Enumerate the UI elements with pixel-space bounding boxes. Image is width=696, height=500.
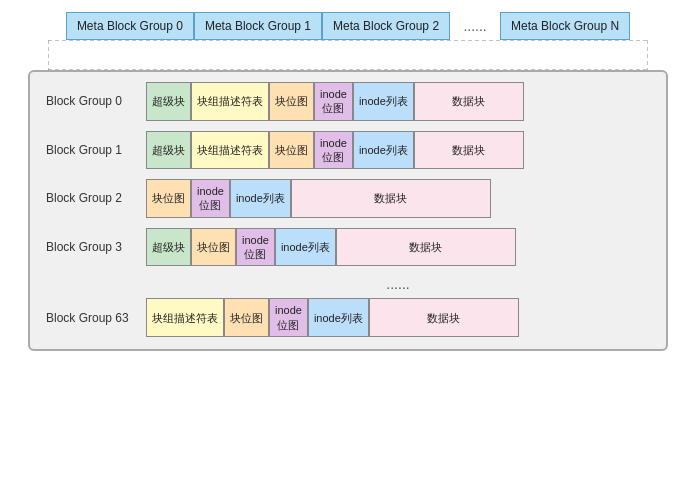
cell-inode-list-2: inode列表: [230, 179, 291, 218]
block-group-cells-1: 超级块 块组描述符表 块位图 inode位图 inode列表 数据块: [146, 131, 524, 170]
cell-superblock-3: 超级块: [146, 228, 191, 267]
cell-inode-list-0: inode列表: [353, 82, 414, 121]
block-group-row-63: Block Group 63 块组描述符表 块位图 inode位图 inode列…: [46, 298, 650, 337]
cell-block-bitmap-3: 块位图: [191, 228, 236, 267]
block-group-label-1: Block Group 1: [46, 143, 146, 157]
cell-inode-bitmap-3: inode位图: [236, 228, 275, 267]
main-box: Block Group 0 超级块 块组描述符表 块位图 inode位图 ino…: [28, 70, 668, 351]
block-group-row-3: Block Group 3 超级块 块位图 inode位图 inode列表 数据…: [46, 228, 650, 267]
cell-inode-bitmap-1: inode位图: [314, 131, 353, 170]
cell-block-bitmap-1: 块位图: [269, 131, 314, 170]
meta-bar: Meta Block Group 0 Meta Block Group 1 Me…: [48, 12, 648, 40]
block-group-row-0: Block Group 0 超级块 块组描述符表 块位图 inode位图 ino…: [46, 82, 650, 121]
cell-block-bitmap-2: 块位图: [146, 179, 191, 218]
block-group-cells-2: 块位图 inode位图 inode列表 数据块: [146, 179, 491, 218]
meta-block-1: Meta Block Group 1: [194, 12, 322, 40]
cell-block-bitmap-0: 块位图: [269, 82, 314, 121]
block-group-label-3: Block Group 3: [46, 240, 146, 254]
cell-inode-list-3: inode列表: [275, 228, 336, 267]
cell-inode-list-63: inode列表: [308, 298, 369, 337]
cell-data-block-0: 数据块: [414, 82, 524, 121]
cell-data-block-63: 数据块: [369, 298, 519, 337]
dots-row: ......: [46, 276, 650, 292]
cell-block-desc-0: 块组描述符表: [191, 82, 269, 121]
meta-block-n: Meta Block Group N: [500, 12, 630, 40]
block-group-cells-3: 超级块 块位图 inode位图 inode列表 数据块: [146, 228, 516, 267]
cell-inode-bitmap-63: inode位图: [269, 298, 308, 337]
cell-data-block-3: 数据块: [336, 228, 516, 267]
cell-inode-bitmap-2: inode位图: [191, 179, 230, 218]
cell-block-desc-1: 块组描述符表: [191, 131, 269, 170]
cell-inode-bitmap-0: inode位图: [314, 82, 353, 121]
block-group-label-0: Block Group 0: [46, 94, 146, 108]
block-group-cells-0: 超级块 块组描述符表 块位图 inode位图 inode列表 数据块: [146, 82, 524, 121]
block-group-row-1: Block Group 1 超级块 块组描述符表 块位图 inode位图 ino…: [46, 131, 650, 170]
meta-block-2: Meta Block Group 2: [322, 12, 450, 40]
meta-block-0: Meta Block Group 0: [66, 12, 194, 40]
cell-superblock-0: 超级块: [146, 82, 191, 121]
cell-block-bitmap-63: 块位图: [224, 298, 269, 337]
meta-block-dots: ......: [450, 12, 500, 40]
cell-superblock-1: 超级块: [146, 131, 191, 170]
connector-area: [48, 40, 648, 70]
cell-block-desc-63: 块组描述符表: [146, 298, 224, 337]
cell-data-block-2: 数据块: [291, 179, 491, 218]
block-group-row-2: Block Group 2 块位图 inode位图 inode列表 数据块: [46, 179, 650, 218]
block-group-label-2: Block Group 2: [46, 191, 146, 205]
cell-inode-list-1: inode列表: [353, 131, 414, 170]
block-group-cells-63: 块组描述符表 块位图 inode位图 inode列表 数据块: [146, 298, 519, 337]
block-group-label-63: Block Group 63: [46, 311, 146, 325]
cell-data-block-1: 数据块: [414, 131, 524, 170]
